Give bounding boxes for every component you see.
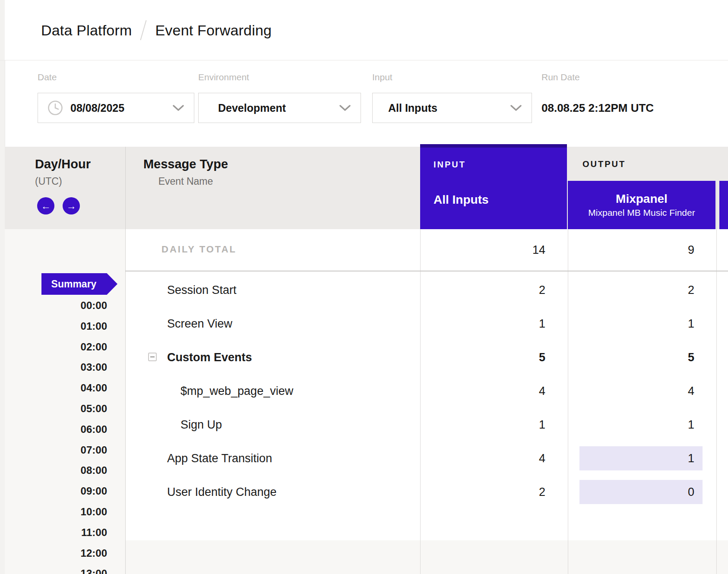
hour-item[interactable]: 01:00: [5, 316, 107, 337]
output-count: 0: [125, 475, 694, 509]
output-count: 1: [125, 307, 694, 341]
event-rows: Session Start22Screen View11Custom Event…: [125, 0, 728, 574]
output-count: 5: [125, 341, 694, 374]
table-row: User Identity Change20: [125, 475, 728, 509]
output-count: 1: [125, 408, 694, 442]
event-forwarding-page: Data Platform Event Forwarding Date 08/0…: [0, 0, 728, 574]
table-row: $mp_web_page_view44: [125, 374, 728, 408]
date-value: 08/08/2025: [70, 102, 124, 114]
table-row: Screen View11: [125, 307, 728, 341]
hour-item[interactable]: 12:00: [5, 543, 107, 564]
table-row: Custom Events55: [125, 341, 728, 374]
breadcrumb-section[interactable]: Data Platform: [41, 22, 132, 39]
hour-item[interactable]: 00:00: [5, 295, 107, 316]
hour-item[interactable]: 05:00: [5, 398, 107, 419]
next-day-button[interactable]: →: [63, 197, 80, 214]
summary-row-badge[interactable]: Summary: [41, 273, 117, 295]
date-filter-label: Date: [38, 73, 57, 82]
arrow-left-icon: ←: [41, 201, 51, 211]
hour-item[interactable]: 08:00: [5, 460, 107, 481]
hour-item[interactable]: 03:00: [5, 357, 107, 378]
hour-navigation-column: Summary 00:0001:0002:0003:0004:0005:0006…: [5, 229, 125, 574]
clock-icon: [47, 100, 63, 116]
table-row: Session Start22: [125, 273, 728, 307]
hour-item[interactable]: 13:00: [5, 563, 107, 574]
hour-item[interactable]: 06:00: [5, 419, 107, 440]
hour-item[interactable]: 10:00: [5, 501, 107, 522]
arrow-right-icon: →: [66, 201, 76, 211]
output-count: 2: [125, 273, 694, 307]
day-hour-header: Day/Hour: [35, 157, 91, 171]
summary-label: Summary: [51, 278, 97, 290]
hour-item[interactable]: 02:00: [5, 337, 107, 357]
table-row: Sign Up11: [125, 408, 728, 442]
hour-item[interactable]: 07:00: [5, 440, 107, 460]
output-count: 4: [125, 374, 694, 408]
day-hour-subtitle: (UTC): [35, 176, 62, 187]
hour-item[interactable]: 09:00: [5, 481, 107, 501]
previous-day-button[interactable]: ←: [37, 197, 54, 214]
hour-item[interactable]: 11:00: [5, 522, 107, 543]
table-row: App State Transition41: [125, 442, 728, 475]
output-count: 1: [125, 442, 694, 475]
hour-item[interactable]: 04:00: [5, 378, 107, 398]
